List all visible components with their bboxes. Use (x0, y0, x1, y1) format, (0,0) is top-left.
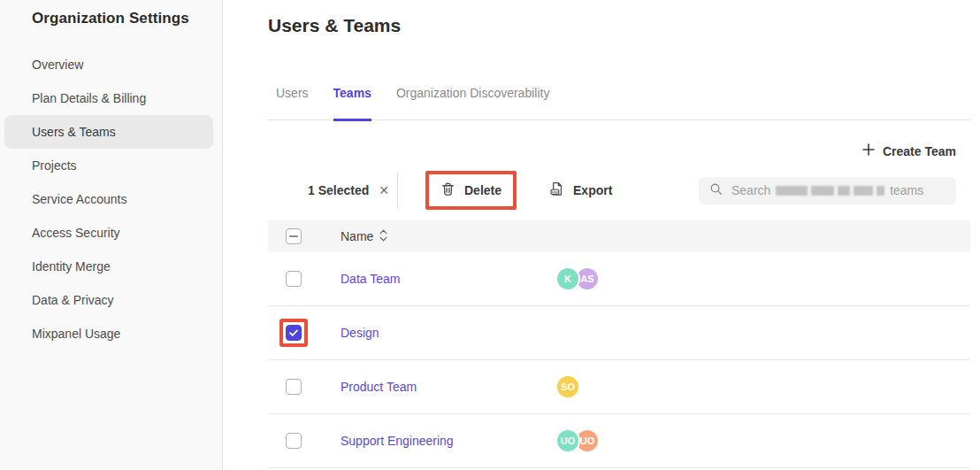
header-actions: Create Team (268, 143, 970, 158)
check-icon (288, 327, 299, 338)
table-row: Support Engineering UOUO (268, 414, 970, 468)
clear-selection-icon[interactable]: ✕ (379, 183, 389, 197)
table-row: Product Team SO (268, 360, 970, 414)
teams-table: Name Dat (268, 220, 970, 468)
svg-text:csv: csv (552, 189, 559, 194)
member-avatars: UOUO (557, 428, 600, 453)
organization-settings-page: Organization Settings Overview Plan Deta… (0, 0, 980, 470)
sidebar-item-label: Mixpanel Usage (32, 327, 120, 341)
redacted-text (811, 186, 834, 196)
sidebar-item-label: Users & Teams (32, 125, 116, 139)
redacted-text (877, 186, 884, 196)
table-body: Data Team KAS Design (268, 252, 970, 468)
table-row: Data Team KAS (268, 252, 970, 306)
csv-file-icon: csv (549, 181, 564, 199)
redacted-text (854, 186, 873, 196)
row-checkbox[interactable] (286, 325, 302, 341)
selection-summary: 1 Selected ✕ (308, 183, 389, 197)
trash-icon (440, 181, 456, 199)
row-checkbox[interactable] (286, 379, 302, 395)
member-avatars: KAS (557, 266, 600, 291)
sidebar-item-identity-merge[interactable]: Identity Merge (4, 250, 213, 283)
sidebar-item-service-accounts[interactable]: Service Accounts (4, 182, 213, 216)
sidebar-item-plan-details-billing[interactable]: Plan Details & Billing (4, 81, 213, 115)
team-name-link[interactable]: Support Engineering (341, 434, 454, 448)
create-team-button[interactable]: Create Team (862, 143, 956, 158)
page-title: Users & Teams (268, 14, 970, 37)
name-column-header: Name (341, 229, 373, 243)
delete-button[interactable]: Delete (429, 174, 513, 206)
redacted-text (838, 186, 850, 196)
checkbox-highlight (279, 427, 308, 455)
table-row: Design (268, 306, 970, 360)
team-name-link[interactable]: Data Team (341, 272, 400, 286)
sidebar-title: Organization Settings (0, 10, 222, 27)
indeterminate-icon (289, 235, 298, 237)
member-avatars: SO (557, 374, 580, 399)
team-name-link[interactable]: Design (341, 326, 379, 340)
checkbox-highlight (279, 319, 308, 347)
tab-teams[interactable]: Teams (333, 86, 371, 121)
avatar: K (555, 266, 580, 291)
sidebar-item-projects[interactable]: Projects (4, 149, 213, 182)
sidebar-item-label: Data & Privacy (32, 293, 114, 307)
export-button[interactable]: csv Export (538, 174, 624, 206)
sidebar-item-label: Identity Merge (32, 259, 111, 274)
search-input[interactable]: Search teams (699, 177, 956, 204)
row-checkbox[interactable] (286, 433, 302, 449)
delete-button-highlight: Delete (425, 171, 517, 210)
main-content: Users & Teams Users Teams Organization D… (223, 0, 980, 470)
select-all-checkbox[interactable] (286, 228, 302, 244)
sidebar-item-label: Plan Details & Billing (32, 91, 146, 105)
toolbar-divider (397, 173, 398, 208)
sidebar-item-access-security[interactable]: Access Security (4, 216, 213, 250)
selected-count: 1 Selected (308, 183, 369, 197)
export-button-label: Export (573, 183, 612, 197)
sidebar-item-overview[interactable]: Overview (4, 48, 213, 81)
checkbox-highlight (279, 265, 308, 293)
checkbox-highlight (279, 373, 308, 401)
sidebar-item-data-privacy[interactable]: Data & Privacy (4, 283, 213, 317)
avatar: UO (555, 428, 580, 453)
sidebar-item-mixpanel-usage[interactable]: Mixpanel Usage (4, 317, 213, 351)
avatar: SO (555, 374, 580, 399)
table-header-row: Name (268, 220, 970, 252)
sidebar-nav: Overview Plan Details & Billing Users & … (0, 48, 222, 351)
search-placeholder: Search teams (731, 183, 923, 197)
sidebar: Organization Settings Overview Plan Deta… (0, 0, 223, 470)
tab-organization-discoverability[interactable]: Organization Discoverability (396, 86, 550, 121)
search-icon (709, 182, 723, 198)
plus-icon (862, 143, 875, 158)
tab-users[interactable]: Users (276, 86, 309, 121)
sidebar-item-users-teams[interactable]: Users & Teams (4, 115, 213, 149)
sidebar-item-label: Access Security (32, 226, 120, 240)
sidebar-item-label: Service Accounts (32, 192, 126, 206)
create-team-label: Create Team (883, 144, 956, 158)
sort-icon[interactable] (379, 229, 387, 244)
bulk-actions-toolbar: 1 Selected ✕ Delete (268, 171, 970, 210)
sidebar-item-label: Projects (32, 158, 77, 173)
tab-bar: Users Teams Organization Discoverability (268, 86, 970, 120)
redacted-text (776, 186, 808, 196)
team-name-link[interactable]: Product Team (341, 380, 417, 394)
row-checkbox[interactable] (286, 271, 302, 287)
delete-button-label: Delete (464, 183, 501, 197)
sidebar-item-label: Overview (32, 58, 83, 72)
